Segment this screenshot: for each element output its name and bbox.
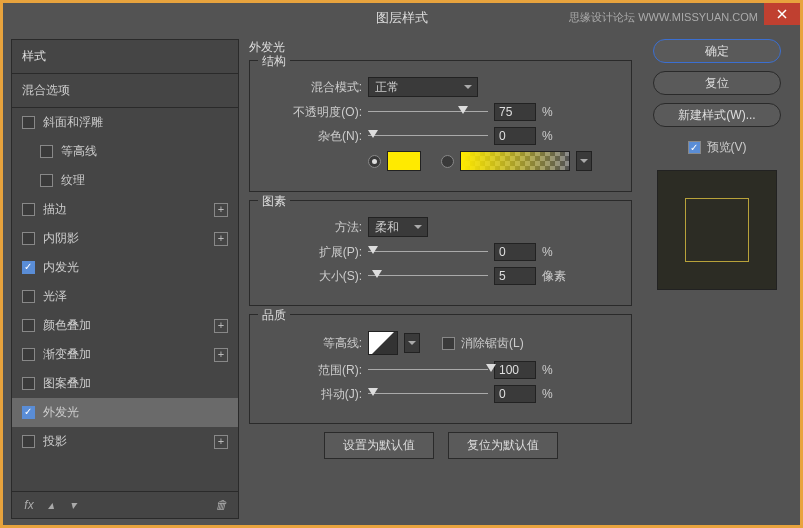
style-label: 斜面和浮雕 [43,114,103,131]
style-label: 等高线 [61,143,97,160]
style-item-7[interactable]: 颜色叠加+ [12,311,238,340]
size-label: 大小(S): [262,268,362,285]
fx-icon[interactable]: fx [22,498,36,512]
opacity-slider[interactable] [368,104,488,120]
style-checkbox[interactable] [22,406,35,419]
style-checkbox[interactable] [22,319,35,332]
style-checkbox[interactable] [22,290,35,303]
reset-default-button[interactable]: 复位为默认值 [448,432,558,459]
spread-label: 扩展(P): [262,244,362,261]
watermark: 思缘设计论坛 WWW.MISSYUAN.COM [569,10,758,25]
preview-checkbox[interactable] [688,141,701,154]
noise-unit: % [542,129,566,143]
spread-unit: % [542,245,566,259]
window-title: 图层样式 [376,9,428,27]
style-label: 图案叠加 [43,375,91,392]
styles-panel: 样式 混合选项 斜面和浮雕等高线纹理描边+内阴影+内发光光泽颜色叠加+渐变叠加+… [11,39,239,519]
style-item-3[interactable]: 描边+ [12,195,238,224]
color-radio[interactable] [368,155,381,168]
style-item-10[interactable]: 外发光 [12,398,238,427]
method-label: 方法: [262,219,362,236]
style-checkbox[interactable] [22,116,35,129]
add-icon[interactable]: + [214,319,228,333]
jitter-slider[interactable] [368,386,488,402]
titlebar: 图层样式 思缘设计论坛 WWW.MISSYUAN.COM [3,3,800,33]
style-item-5[interactable]: 内发光 [12,253,238,282]
style-checkbox[interactable] [40,145,53,158]
blendmode-label: 混合模式: [262,79,362,96]
range-input[interactable] [494,361,536,379]
style-item-1[interactable]: 等高线 [12,137,238,166]
new-style-button[interactable]: 新建样式(W)... [653,103,781,127]
style-item-11[interactable]: 投影+ [12,427,238,456]
contour-dropdown[interactable] [404,333,420,353]
style-item-4[interactable]: 内阴影+ [12,224,238,253]
quality-group: 品质 等高线: 消除锯齿(L) 范围(R): % 抖动(J): [249,314,632,424]
gradient-dropdown[interactable] [576,151,592,171]
opacity-label: 不透明度(O): [262,104,362,121]
elements-group: 图素 方法: 柔和 扩展(P): % 大小(S): 像素 [249,200,632,306]
noise-slider[interactable] [368,128,488,144]
style-checkbox[interactable] [22,377,35,390]
down-icon[interactable]: ▾ [66,498,80,512]
style-label: 投影 [43,433,67,450]
method-select[interactable]: 柔和 [368,217,428,237]
style-checkbox[interactable] [40,174,53,187]
contour-picker[interactable] [368,331,398,355]
styles-header: 样式 [12,40,238,74]
style-checkbox[interactable] [22,232,35,245]
structure-group: 结构 混合模式: 正常 不透明度(O): % 杂色(N): % [249,60,632,192]
jitter-input[interactable] [494,385,536,403]
range-label: 范围(R): [262,362,362,379]
up-icon[interactable]: ▴ [44,498,58,512]
gradient-swatch[interactable] [460,151,570,171]
preview-shape [685,198,749,262]
ok-button[interactable]: 确定 [653,39,781,63]
blendmode-select[interactable]: 正常 [368,77,478,97]
gradient-radio[interactable] [441,155,454,168]
blend-options[interactable]: 混合选项 [12,74,238,108]
quality-title: 品质 [258,307,290,324]
style-label: 内阴影 [43,230,79,247]
settings-panel: 外发光 结构 混合模式: 正常 不透明度(O): % 杂色(N): % [239,39,642,519]
size-input[interactable] [494,267,536,285]
styles-footer: fx ▴ ▾ 🗑 [12,491,238,518]
style-label: 内发光 [43,259,79,276]
add-icon[interactable]: + [214,435,228,449]
reset-button[interactable]: 复位 [653,71,781,95]
range-slider[interactable] [368,362,488,378]
antialias-checkbox[interactable] [442,337,455,350]
jitter-label: 抖动(J): [262,386,362,403]
structure-title: 结构 [258,53,290,70]
add-icon[interactable]: + [214,203,228,217]
spread-input[interactable] [494,243,536,261]
style-checkbox[interactable] [22,348,35,361]
spread-slider[interactable] [368,244,488,260]
style-checkbox[interactable] [22,261,35,274]
opacity-input[interactable] [494,103,536,121]
style-item-2[interactable]: 纹理 [12,166,238,195]
style-label: 颜色叠加 [43,317,91,334]
effect-title: 外发光 [249,39,632,56]
add-icon[interactable]: + [214,232,228,246]
style-item-9[interactable]: 图案叠加 [12,369,238,398]
antialias-label: 消除锯齿(L) [461,335,524,352]
color-swatch[interactable] [387,151,421,171]
noise-input[interactable] [494,127,536,145]
trash-icon[interactable]: 🗑 [214,498,228,512]
range-unit: % [542,363,566,377]
preview-label: 预览(V) [707,139,747,156]
size-unit: 像素 [542,268,566,285]
style-item-0[interactable]: 斜面和浮雕 [12,108,238,137]
add-icon[interactable]: + [214,348,228,362]
contour-label: 等高线: [262,335,362,352]
close-button[interactable] [764,3,800,25]
size-slider[interactable] [368,268,488,284]
set-default-button[interactable]: 设置为默认值 [324,432,434,459]
style-checkbox[interactable] [22,203,35,216]
style-label: 描边 [43,201,67,218]
style-checkbox[interactable] [22,435,35,448]
style-item-8[interactable]: 渐变叠加+ [12,340,238,369]
style-label: 外发光 [43,404,79,421]
style-item-6[interactable]: 光泽 [12,282,238,311]
